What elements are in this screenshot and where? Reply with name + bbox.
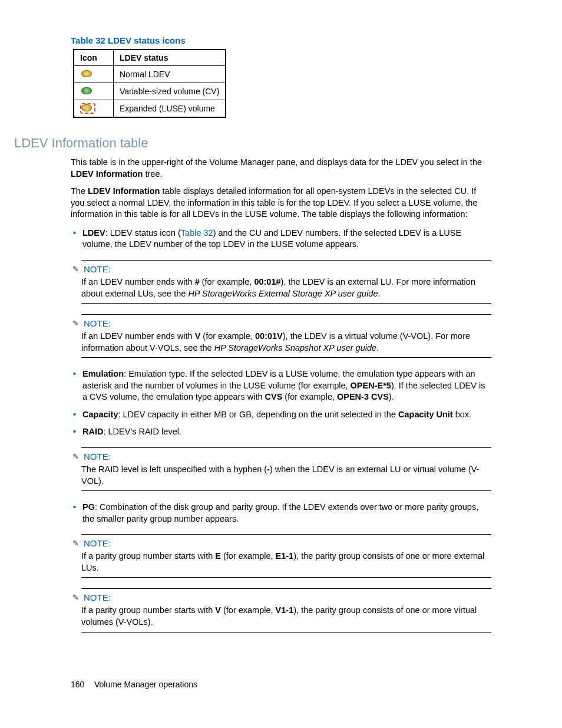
note-heading: NOTE: [84, 264, 111, 274]
note-body: If a parity group number starts with V (… [81, 605, 491, 628]
bullet-list-2: Emulation: Emulation type. If the select… [71, 368, 491, 438]
section-heading: LDEV Information table [14, 136, 491, 151]
bullet-list-3: PG: Combination of the disk group and pa… [71, 502, 491, 525]
table-caption: Table 32 LDEV status icons [71, 35, 491, 45]
note-heading: NOTE: [84, 592, 111, 602]
table-row: Normal LDEV [74, 66, 226, 83]
status-cell: Variable-sized volume (CV) [114, 83, 226, 100]
list-item: RAID: LDEV's RAID level. [82, 426, 491, 438]
page-footer: 160 Volume Manager operations [71, 680, 491, 689]
note-icon: ✎ [71, 594, 80, 601]
note-body: If an LDEV number ends with # (for examp… [81, 276, 491, 299]
note-heading: NOTE: [84, 538, 111, 548]
note-block: ✎ NOTE: If an LDEV number ends with # (f… [71, 260, 491, 304]
th-icon: Icon [74, 50, 114, 66]
th-status: LDEV status [114, 50, 226, 66]
note-icon: ✎ [71, 319, 80, 327]
table-row: Variable-sized volume (CV) [74, 83, 226, 100]
note-body: If a parity group number starts with E (… [81, 551, 491, 574]
luse-volume-icon [80, 103, 92, 112]
list-item: LDEV: LDEV status icon (Table 32) and th… [82, 228, 491, 251]
intro-paragraph-1: This table is in the upper-right of the … [71, 157, 491, 180]
table-32-link[interactable]: Table 32 [181, 228, 213, 238]
bullet-list-1: LDEV: LDEV status icon (Table 32) and th… [71, 228, 491, 251]
list-item: Capacity: LDEV capacity in either MB or … [82, 409, 491, 421]
note-icon: ✎ [71, 265, 80, 273]
footer-title: Volume Manager operations [94, 680, 197, 689]
list-item: PG: Combination of the disk group and pa… [82, 502, 491, 525]
note-block: ✎ NOTE: If a parity group number starts … [71, 534, 491, 578]
table-row: Expanded (LUSE) volume [74, 100, 226, 118]
intro-paragraph-2: The LDEV Information table displays deta… [71, 186, 491, 220]
note-body: The RAID level is left unspecified with … [81, 464, 491, 487]
note-block: ✎ NOTE: The RAID level is left unspecifi… [71, 447, 491, 491]
note-icon: ✎ [71, 539, 80, 547]
note-heading: NOTE: [84, 452, 111, 462]
cv-volume-icon [80, 86, 92, 95]
page-number: 160 [71, 680, 92, 689]
status-cell: Expanded (LUSE) volume [114, 100, 226, 118]
note-heading: NOTE: [84, 318, 111, 328]
normal-ldev-icon [80, 69, 92, 78]
note-body: If an LDEV number ends with V (for examp… [81, 331, 491, 354]
ldev-status-icon-table: Icon LDEV status Normal LDEV Variable-si… [73, 49, 226, 118]
list-item: Emulation: Emulation type. If the select… [82, 368, 491, 403]
status-cell: Normal LDEV [114, 66, 226, 83]
note-icon: ✎ [71, 453, 80, 460]
note-block: ✎ NOTE: If an LDEV number ends with V (f… [71, 314, 491, 358]
note-block: ✎ NOTE: If a parity group number starts … [71, 588, 491, 632]
